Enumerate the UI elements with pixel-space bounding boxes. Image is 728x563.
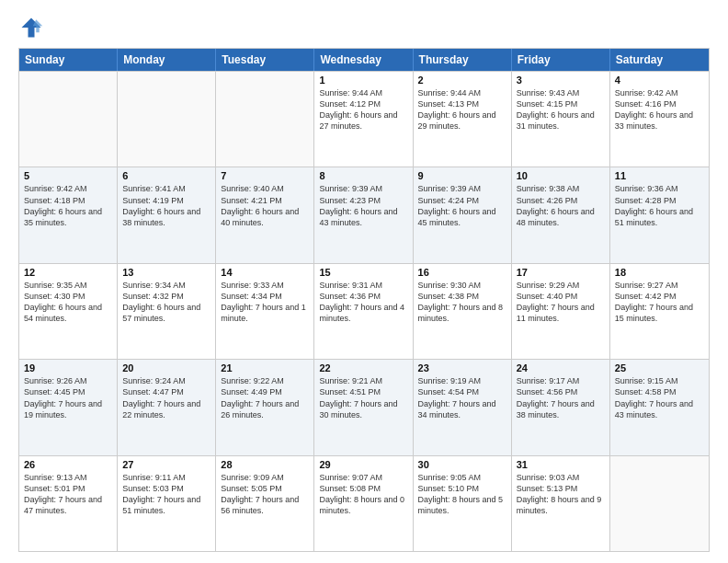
day-number: 12 xyxy=(24,267,112,278)
calendar-cell: 2Sunrise: 9:44 AM Sunset: 4:13 PM Daylig… xyxy=(414,72,512,167)
day-info: Sunrise: 9:30 AM Sunset: 4:38 PM Dayligh… xyxy=(418,280,506,325)
day-info: Sunrise: 9:35 AM Sunset: 4:30 PM Dayligh… xyxy=(24,280,112,325)
day-of-week-header: Thursday xyxy=(414,49,512,71)
calendar-cell: 10Sunrise: 9:38 AM Sunset: 4:26 PM Dayli… xyxy=(512,167,610,262)
day-info: Sunrise: 9:05 AM Sunset: 5:10 PM Dayligh… xyxy=(418,472,506,517)
day-number: 1 xyxy=(319,75,407,86)
day-of-week-header: Sunday xyxy=(19,49,118,71)
calendar-cell: 15Sunrise: 9:31 AM Sunset: 4:36 PM Dayli… xyxy=(314,264,413,359)
calendar-body: 1Sunrise: 9:44 AM Sunset: 4:12 PM Daylig… xyxy=(19,71,709,551)
day-number: 29 xyxy=(319,459,407,470)
day-number: 26 xyxy=(24,459,112,470)
calendar-cell: 1Sunrise: 9:44 AM Sunset: 4:12 PM Daylig… xyxy=(314,72,413,167)
calendar-cell: 16Sunrise: 9:30 AM Sunset: 4:38 PM Dayli… xyxy=(414,264,512,359)
day-number: 4 xyxy=(615,75,704,86)
day-number: 5 xyxy=(24,170,112,181)
day-of-week-header: Wednesday xyxy=(314,49,413,71)
day-info: Sunrise: 9:24 AM Sunset: 4:47 PM Dayligh… xyxy=(122,375,210,420)
day-info: Sunrise: 9:19 AM Sunset: 4:54 PM Dayligh… xyxy=(418,375,506,420)
day-number: 30 xyxy=(418,459,506,470)
calendar-cell: 29Sunrise: 9:07 AM Sunset: 5:08 PM Dayli… xyxy=(314,456,413,551)
day-number: 11 xyxy=(615,170,704,181)
calendar-cell: 24Sunrise: 9:17 AM Sunset: 4:56 PM Dayli… xyxy=(512,360,610,454)
day-info: Sunrise: 9:03 AM Sunset: 5:13 PM Dayligh… xyxy=(517,472,605,517)
calendar: SundayMondayTuesdayWednesdayThursdayFrid… xyxy=(18,48,710,552)
calendar-cell: 14Sunrise: 9:33 AM Sunset: 4:34 PM Dayli… xyxy=(216,264,314,359)
day-info: Sunrise: 9:27 AM Sunset: 4:42 PM Dayligh… xyxy=(615,280,704,325)
day-number: 10 xyxy=(517,170,605,181)
calendar-cell: 28Sunrise: 9:09 AM Sunset: 5:05 PM Dayli… xyxy=(216,456,314,551)
calendar-cell: 26Sunrise: 9:13 AM Sunset: 5:01 PM Dayli… xyxy=(19,456,118,551)
calendar-cell: 18Sunrise: 9:27 AM Sunset: 4:42 PM Dayli… xyxy=(610,264,709,359)
calendar-cell: 21Sunrise: 9:22 AM Sunset: 4:49 PM Dayli… xyxy=(216,360,314,454)
calendar-week-row: 5Sunrise: 9:42 AM Sunset: 4:18 PM Daylig… xyxy=(19,167,709,262)
day-info: Sunrise: 9:29 AM Sunset: 4:40 PM Dayligh… xyxy=(517,280,605,325)
day-info: Sunrise: 9:13 AM Sunset: 5:01 PM Dayligh… xyxy=(24,472,112,517)
day-number: 19 xyxy=(24,362,112,373)
calendar-week-row: 1Sunrise: 9:44 AM Sunset: 4:12 PM Daylig… xyxy=(19,71,709,167)
day-info: Sunrise: 9:09 AM Sunset: 5:05 PM Dayligh… xyxy=(221,472,309,517)
calendar-cell: 11Sunrise: 9:36 AM Sunset: 4:28 PM Dayli… xyxy=(610,167,709,262)
day-number: 21 xyxy=(221,362,309,373)
calendar-cell: 25Sunrise: 9:15 AM Sunset: 4:58 PM Dayli… xyxy=(610,360,709,454)
calendar-cell: 19Sunrise: 9:26 AM Sunset: 4:45 PM Dayli… xyxy=(19,360,118,454)
calendar-cell: 31Sunrise: 9:03 AM Sunset: 5:13 PM Dayli… xyxy=(512,456,610,551)
calendar-cell: 17Sunrise: 9:29 AM Sunset: 4:40 PM Dayli… xyxy=(512,264,610,359)
calendar-cell: 22Sunrise: 9:21 AM Sunset: 4:51 PM Dayli… xyxy=(314,360,413,454)
day-number: 17 xyxy=(517,267,605,278)
day-info: Sunrise: 9:26 AM Sunset: 4:45 PM Dayligh… xyxy=(24,375,112,420)
day-number: 28 xyxy=(221,459,309,470)
day-of-week-header: Saturday xyxy=(610,49,709,71)
day-info: Sunrise: 9:42 AM Sunset: 4:16 PM Dayligh… xyxy=(615,87,704,132)
day-info: Sunrise: 9:43 AM Sunset: 4:15 PM Dayligh… xyxy=(517,87,605,132)
day-info: Sunrise: 9:34 AM Sunset: 4:32 PM Dayligh… xyxy=(122,280,210,325)
day-number: 6 xyxy=(122,170,210,181)
day-number: 9 xyxy=(418,170,506,181)
calendar-cell: 13Sunrise: 9:34 AM Sunset: 4:32 PM Dayli… xyxy=(118,264,216,359)
day-number: 25 xyxy=(615,362,704,373)
calendar-cell xyxy=(19,72,118,167)
logo-icon xyxy=(18,15,44,40)
day-number: 13 xyxy=(122,267,210,278)
day-number: 14 xyxy=(221,267,309,278)
day-info: Sunrise: 9:31 AM Sunset: 4:36 PM Dayligh… xyxy=(319,280,407,325)
day-info: Sunrise: 9:22 AM Sunset: 4:49 PM Dayligh… xyxy=(221,375,309,420)
day-info: Sunrise: 9:15 AM Sunset: 4:58 PM Dayligh… xyxy=(615,375,704,420)
day-info: Sunrise: 9:21 AM Sunset: 4:51 PM Dayligh… xyxy=(319,375,407,420)
calendar-cell: 9Sunrise: 9:39 AM Sunset: 4:24 PM Daylig… xyxy=(414,167,512,262)
day-number: 23 xyxy=(418,362,506,373)
calendar-cell xyxy=(610,456,709,551)
calendar-header: SundayMondayTuesdayWednesdayThursdayFrid… xyxy=(19,49,709,71)
calendar-week-row: 19Sunrise: 9:26 AM Sunset: 4:45 PM Dayli… xyxy=(19,359,709,454)
day-number: 16 xyxy=(418,267,506,278)
calendar-cell xyxy=(216,72,314,167)
day-info: Sunrise: 9:17 AM Sunset: 4:56 PM Dayligh… xyxy=(517,375,605,420)
calendar-cell: 4Sunrise: 9:42 AM Sunset: 4:16 PM Daylig… xyxy=(610,72,709,167)
day-info: Sunrise: 9:42 AM Sunset: 4:18 PM Dayligh… xyxy=(24,183,112,228)
day-info: Sunrise: 9:11 AM Sunset: 5:03 PM Dayligh… xyxy=(122,472,210,517)
day-of-week-header: Tuesday xyxy=(216,49,314,71)
day-number: 20 xyxy=(122,362,210,373)
day-number: 22 xyxy=(319,362,407,373)
day-of-week-header: Friday xyxy=(512,49,610,71)
calendar-week-row: 12Sunrise: 9:35 AM Sunset: 4:30 PM Dayli… xyxy=(19,263,709,359)
day-info: Sunrise: 9:33 AM Sunset: 4:34 PM Dayligh… xyxy=(221,280,309,325)
day-info: Sunrise: 9:44 AM Sunset: 4:12 PM Dayligh… xyxy=(319,87,407,132)
calendar-cell: 6Sunrise: 9:41 AM Sunset: 4:19 PM Daylig… xyxy=(118,167,216,262)
page: SundayMondayTuesdayWednesdayThursdayFrid… xyxy=(0,0,728,563)
day-info: Sunrise: 9:40 AM Sunset: 4:21 PM Dayligh… xyxy=(221,183,309,228)
day-number: 18 xyxy=(615,267,704,278)
calendar-cell: 12Sunrise: 9:35 AM Sunset: 4:30 PM Dayli… xyxy=(19,264,118,359)
day-number: 15 xyxy=(319,267,407,278)
day-info: Sunrise: 9:38 AM Sunset: 4:26 PM Dayligh… xyxy=(517,183,605,228)
day-info: Sunrise: 9:39 AM Sunset: 4:23 PM Dayligh… xyxy=(319,183,407,228)
calendar-cell: 27Sunrise: 9:11 AM Sunset: 5:03 PM Dayli… xyxy=(118,456,216,551)
day-number: 24 xyxy=(517,362,605,373)
calendar-week-row: 26Sunrise: 9:13 AM Sunset: 5:01 PM Dayli… xyxy=(19,455,709,551)
day-number: 8 xyxy=(319,170,407,181)
day-number: 2 xyxy=(418,75,506,86)
day-info: Sunrise: 9:44 AM Sunset: 4:13 PM Dayligh… xyxy=(418,87,506,132)
calendar-cell: 8Sunrise: 9:39 AM Sunset: 4:23 PM Daylig… xyxy=(314,167,413,262)
day-number: 7 xyxy=(221,170,309,181)
day-info: Sunrise: 9:39 AM Sunset: 4:24 PM Dayligh… xyxy=(418,183,506,228)
